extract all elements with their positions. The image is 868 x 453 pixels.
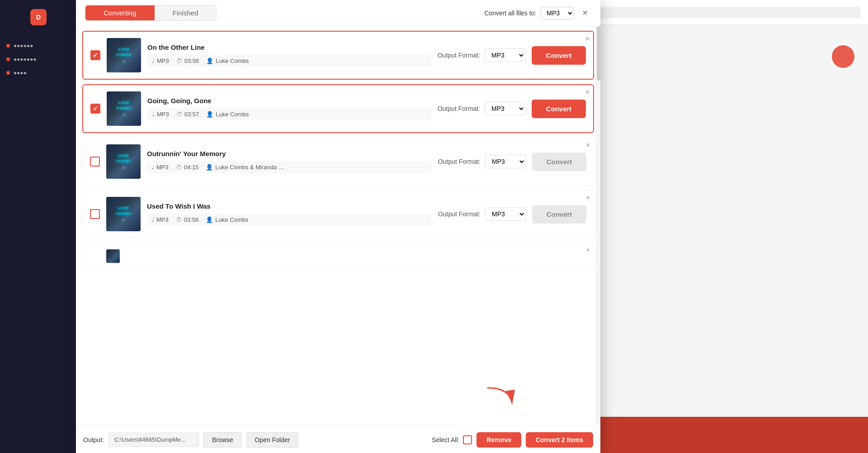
arrow-indicator — [483, 383, 519, 412]
tab-group: Converting Finished — [85, 5, 217, 21]
song-3-output-select[interactable]: MP3 AAC FLAC — [485, 155, 526, 168]
song-2-close-button[interactable]: × — [585, 89, 590, 96]
song-3-info: Outrunnin' Your Memory ♩ MP3 ⏱ 04:15 👤 — [147, 150, 432, 173]
song-card-3: × LUKE COMBS III Outrunnin' Your Memo — [82, 138, 594, 186]
modal-header: Converting Finished Convert all files to… — [76, 0, 600, 26]
song-card-2: × LUKE COMBS III Going, Going, Gone — [82, 84, 594, 133]
song-4-output-label: Output Format: — [438, 210, 481, 218]
song-1-format-icon: ♩ — [152, 57, 155, 64]
song-2-info: Going, Going, Gone ♩ MP3 ⏱ 03:57 👤 Luke — [147, 97, 431, 120]
song-3-artist: Luke Combs & Miranda ... — [215, 164, 283, 171]
browse-button[interactable]: Browse — [203, 432, 242, 448]
scrollbar-track — [596, 26, 600, 424]
song-card-4: × LUKE COMBS III Used To Wish I Was — [82, 190, 594, 238]
song-4-title: Used To Wish I Was — [147, 202, 432, 210]
song-2-artist: Luke Combs — [216, 111, 249, 118]
song-3-close-button[interactable]: × — [586, 142, 590, 149]
album-art-2-line1: LUKE — [116, 100, 132, 106]
remove-button[interactable]: Remove — [476, 432, 521, 448]
album-art-3-line2: COMBS — [116, 159, 131, 164]
song-4-checkbox-unchecked — [90, 209, 100, 219]
song-2-format: MP3 — [157, 111, 169, 118]
song-5-album-partial — [106, 249, 120, 263]
song-2-output-select[interactable]: MP3 AAC FLAC — [485, 102, 525, 115]
song-4-duration-icon: ⏱ — [176, 216, 182, 223]
song-2-format-icon: ♩ — [152, 111, 155, 118]
tab-converting[interactable]: Converting — [85, 5, 155, 20]
album-art-4-line1: LUKE — [116, 206, 131, 211]
song-1-artist: Luke Combs — [216, 57, 249, 64]
song-3-duration: 04:15 — [184, 164, 199, 171]
song-1-output-select[interactable]: MP3 AAC FLAC — [485, 48, 525, 62]
song-1-title: On the Other Line — [147, 43, 431, 51]
select-all-checkbox[interactable] — [463, 435, 472, 444]
song-3-convert-button[interactable]: Convert — [532, 153, 586, 171]
song-2-convert-button[interactable]: Convert — [532, 100, 586, 118]
song-3-format: MP3 — [156, 164, 169, 171]
convert-all-area: Convert all files to: MP3 AAC FLAC WAV × — [484, 6, 591, 20]
scrollbar-thumb[interactable] — [597, 26, 600, 81]
song-2-checkbox[interactable] — [90, 104, 100, 114]
song-3-artist-icon: 👤 — [206, 164, 213, 171]
song-1-duration: 03:56 — [184, 57, 199, 64]
sidebar-bg-item-3: ●●●● — [0, 66, 77, 80]
song-2-duration: 03:57 — [184, 111, 199, 118]
song-5-close-button[interactable]: × — [586, 247, 590, 254]
bg-sidebar: D ●●●●●● ●●●●●●● ●●●● — [0, 0, 77, 453]
song-2-checkbox-checked — [90, 104, 100, 114]
song-1-meta: ♩ MP3 ⏱ 03:56 👤 Luke Combs — [147, 55, 431, 67]
song-1-album-art: LUKE COMBS III — [107, 38, 141, 72]
song-card-5-partial: × — [82, 243, 594, 270]
song-1-checkbox-checked — [90, 50, 100, 60]
song-3-checkbox[interactable] — [90, 157, 100, 167]
sidebar-bg-item-1: ●●●●●● — [0, 39, 77, 52]
red-circle-decoration — [832, 45, 854, 68]
song-1-convert-button[interactable]: Convert — [532, 46, 586, 65]
song-1-artist-icon: 👤 — [206, 57, 213, 64]
song-3-title: Outrunnin' Your Memory — [147, 150, 432, 157]
song-3-output-format-area: Output Format: MP3 AAC FLAC — [438, 155, 526, 168]
open-folder-button[interactable]: Open Folder — [246, 432, 299, 448]
album-art-2-line2: COMBS — [116, 106, 132, 111]
song-4-format: MP3 — [156, 216, 169, 223]
sidebar-bg-item-2: ●●●●●●● — [0, 52, 77, 66]
song-1-output-format-area: Output Format: MP3 AAC FLAC — [438, 48, 525, 62]
song-1-close-button[interactable]: × — [585, 35, 590, 43]
output-label: Output: — [83, 436, 104, 443]
song-3-format-icon: ♩ — [151, 164, 154, 171]
song-4-info: Used To Wish I Was ♩ MP3 ⏱ 03:58 👤 Luke — [147, 202, 432, 226]
song-3-meta: ♩ MP3 ⏱ 04:15 👤 Luke Combs & Miranda ... — [147, 161, 432, 173]
modal-body: × LUKE COMBS III On the Other Line — [76, 26, 600, 426]
song-3-output-label: Output Format: — [438, 158, 481, 165]
select-all-area: Select All: — [432, 435, 472, 444]
song-1-duration-icon: ⏱ — [176, 57, 182, 64]
song-2-output-label: Output Format: — [438, 105, 480, 112]
album-art-line2: COMBS — [116, 52, 132, 58]
song-2-output-format-area: Output Format: MP3 AAC FLAC — [438, 102, 525, 115]
song-4-output-select[interactable]: MP3 AAC FLAC — [485, 207, 526, 221]
song-4-format-icon: ♩ — [151, 216, 154, 223]
song-2-meta: ♩ MP3 ⏱ 03:57 👤 Luke Combs — [147, 108, 431, 120]
song-1-checkbox[interactable] — [90, 50, 100, 60]
album-art-line1: LUKE — [116, 47, 132, 52]
convert-all-format-select[interactable]: MP3 AAC FLAC WAV — [541, 7, 574, 19]
song-1-info: On the Other Line ♩ MP3 ⏱ 03:56 👤 Luke — [147, 43, 431, 67]
song-4-checkbox[interactable] — [90, 209, 100, 219]
song-3-album-art: LUKE COMBS III — [106, 144, 141, 179]
convert-all-label: Convert all files to: — [484, 10, 536, 17]
album-art-3-line1: LUKE — [116, 153, 131, 159]
tab-finished[interactable]: Finished — [155, 5, 217, 20]
convert-modal: Converting Finished Convert all files to… — [76, 0, 600, 453]
album-art-4-line2: COMBS — [116, 211, 131, 217]
song-4-album-art: LUKE COMBS III — [106, 197, 141, 231]
song-card-1: × LUKE COMBS III On the Other Line — [82, 31, 594, 80]
song-4-convert-button[interactable]: Convert — [532, 205, 586, 224]
song-2-artist-icon: 👤 — [206, 111, 213, 118]
modal-close-button[interactable]: × — [579, 6, 591, 20]
convert-items-button[interactable]: Convert 2 Items — [526, 432, 593, 448]
app-logo: D — [30, 9, 47, 25]
song-4-close-button[interactable]: × — [586, 194, 590, 201]
song-4-output-format-area: Output Format: MP3 AAC FLAC — [438, 207, 526, 221]
song-1-format: MP3 — [157, 57, 169, 64]
song-4-artist: Luke Combs — [215, 216, 248, 223]
